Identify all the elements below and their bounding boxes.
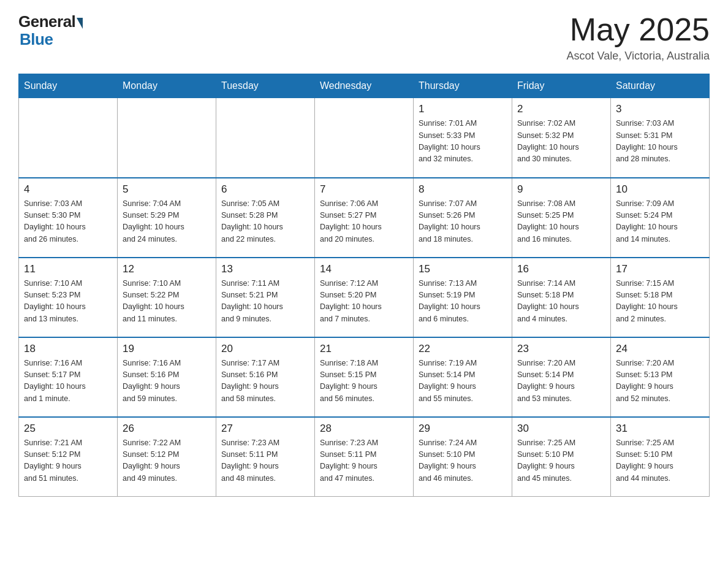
location-text: Ascot Vale, Victoria, Australia — [567, 50, 710, 63]
day-info: Sunrise: 7:16 AMSunset: 5:17 PMDaylight:… — [24, 358, 112, 405]
calendar-cell: 26Sunrise: 7:22 AMSunset: 5:12 PMDayligh… — [118, 417, 216, 497]
col-header-tuesday: Tuesday — [216, 74, 315, 98]
day-number: 26 — [123, 423, 211, 435]
day-info: Sunrise: 7:07 AMSunset: 5:26 PMDaylight:… — [419, 198, 507, 246]
col-header-sunday: Sunday — [19, 74, 118, 98]
day-number: 13 — [221, 263, 309, 275]
week-row-1: 1Sunrise: 7:01 AMSunset: 5:33 PMDaylight… — [19, 98, 710, 178]
calendar-cell: 17Sunrise: 7:15 AMSunset: 5:18 PMDayligh… — [611, 258, 710, 337]
logo: General Blue — [18, 12, 83, 49]
day-number: 21 — [320, 343, 408, 355]
month-title: May 2025 — [567, 12, 710, 47]
day-info: Sunrise: 7:17 AMSunset: 5:16 PMDaylight:… — [221, 358, 309, 405]
calendar-cell: 3Sunrise: 7:03 AMSunset: 5:31 PMDaylight… — [611, 98, 710, 178]
day-info: Sunrise: 7:03 AMSunset: 5:30 PMDaylight:… — [24, 198, 112, 246]
day-number: 2 — [517, 103, 605, 115]
day-number: 1 — [419, 103, 507, 115]
day-number: 17 — [616, 263, 704, 275]
calendar-cell: 25Sunrise: 7:21 AMSunset: 5:12 PMDayligh… — [19, 417, 118, 497]
day-info: Sunrise: 7:03 AMSunset: 5:31 PMDaylight:… — [616, 118, 704, 166]
week-row-4: 18Sunrise: 7:16 AMSunset: 5:17 PMDayligh… — [19, 337, 710, 417]
day-number: 9 — [517, 183, 605, 196]
week-row-5: 25Sunrise: 7:21 AMSunset: 5:12 PMDayligh… — [19, 417, 710, 497]
day-number: 25 — [24, 423, 112, 435]
page-header: General Blue May 2025 Ascot Vale, Victor… — [18, 12, 710, 63]
week-row-2: 4Sunrise: 7:03 AMSunset: 5:30 PMDaylight… — [19, 178, 710, 258]
calendar-cell: 16Sunrise: 7:14 AMSunset: 5:18 PMDayligh… — [512, 258, 611, 337]
day-number: 5 — [123, 183, 211, 196]
day-number: 6 — [221, 183, 309, 196]
day-info: Sunrise: 7:06 AMSunset: 5:27 PMDaylight:… — [320, 198, 408, 246]
calendar-cell: 24Sunrise: 7:20 AMSunset: 5:13 PMDayligh… — [611, 337, 710, 417]
day-number: 16 — [517, 263, 605, 275]
day-info: Sunrise: 7:05 AMSunset: 5:28 PMDaylight:… — [221, 198, 309, 246]
day-info: Sunrise: 7:09 AMSunset: 5:24 PMDaylight:… — [616, 198, 704, 246]
calendar-cell: 4Sunrise: 7:03 AMSunset: 5:30 PMDaylight… — [19, 178, 118, 258]
day-info: Sunrise: 7:20 AMSunset: 5:13 PMDaylight:… — [616, 358, 704, 405]
calendar-cell: 1Sunrise: 7:01 AMSunset: 5:33 PMDaylight… — [414, 98, 512, 178]
logo-blue-text: Blue — [20, 30, 53, 49]
day-number: 3 — [616, 103, 704, 115]
calendar-table: SundayMondayTuesdayWednesdayThursdayFrid… — [18, 74, 710, 497]
day-info: Sunrise: 7:10 AMSunset: 5:23 PMDaylight:… — [24, 278, 112, 326]
day-info: Sunrise: 7:21 AMSunset: 5:12 PMDaylight:… — [24, 437, 112, 485]
day-number: 28 — [320, 423, 408, 435]
calendar-cell: 31Sunrise: 7:25 AMSunset: 5:10 PMDayligh… — [611, 417, 710, 497]
calendar-cell: 8Sunrise: 7:07 AMSunset: 5:26 PMDaylight… — [414, 178, 512, 258]
calendar-cell: 5Sunrise: 7:04 AMSunset: 5:29 PMDaylight… — [118, 178, 216, 258]
calendar-cell: 7Sunrise: 7:06 AMSunset: 5:27 PMDaylight… — [315, 178, 414, 258]
day-number: 15 — [419, 263, 507, 275]
day-info: Sunrise: 7:19 AMSunset: 5:14 PMDaylight:… — [419, 358, 507, 405]
logo-arrow-icon — [77, 18, 83, 29]
calendar-cell — [315, 98, 414, 178]
day-number: 4 — [24, 183, 112, 196]
calendar-cell: 21Sunrise: 7:18 AMSunset: 5:15 PMDayligh… — [315, 337, 414, 417]
day-info: Sunrise: 7:10 AMSunset: 5:22 PMDaylight:… — [123, 278, 211, 326]
day-info: Sunrise: 7:01 AMSunset: 5:33 PMDaylight:… — [419, 118, 507, 166]
day-info: Sunrise: 7:13 AMSunset: 5:19 PMDaylight:… — [419, 278, 507, 326]
day-number: 24 — [616, 343, 704, 355]
day-number: 23 — [517, 343, 605, 355]
day-info: Sunrise: 7:20 AMSunset: 5:14 PMDaylight:… — [517, 358, 605, 405]
day-info: Sunrise: 7:23 AMSunset: 5:11 PMDaylight:… — [320, 437, 408, 485]
calendar-cell: 14Sunrise: 7:12 AMSunset: 5:20 PMDayligh… — [315, 258, 414, 337]
calendar-cell: 27Sunrise: 7:23 AMSunset: 5:11 PMDayligh… — [216, 417, 315, 497]
calendar-cell: 10Sunrise: 7:09 AMSunset: 5:24 PMDayligh… — [611, 178, 710, 258]
logo-general-text: General — [18, 12, 75, 31]
day-number: 31 — [616, 423, 704, 435]
calendar-cell: 23Sunrise: 7:20 AMSunset: 5:14 PMDayligh… — [512, 337, 611, 417]
calendar-cell: 13Sunrise: 7:11 AMSunset: 5:21 PMDayligh… — [216, 258, 315, 337]
week-row-3: 11Sunrise: 7:10 AMSunset: 5:23 PMDayligh… — [19, 258, 710, 337]
day-number: 19 — [123, 343, 211, 355]
day-info: Sunrise: 7:25 AMSunset: 5:10 PMDaylight:… — [517, 437, 605, 485]
calendar-cell: 6Sunrise: 7:05 AMSunset: 5:28 PMDaylight… — [216, 178, 315, 258]
col-header-wednesday: Wednesday — [315, 74, 414, 98]
calendar-cell: 19Sunrise: 7:16 AMSunset: 5:16 PMDayligh… — [118, 337, 216, 417]
day-number: 10 — [616, 183, 704, 196]
calendar-header-row: SundayMondayTuesdayWednesdayThursdayFrid… — [19, 74, 710, 98]
day-info: Sunrise: 7:04 AMSunset: 5:29 PMDaylight:… — [123, 198, 211, 246]
calendar-cell: 30Sunrise: 7:25 AMSunset: 5:10 PMDayligh… — [512, 417, 611, 497]
day-info: Sunrise: 7:15 AMSunset: 5:18 PMDaylight:… — [616, 278, 704, 326]
day-info: Sunrise: 7:23 AMSunset: 5:11 PMDaylight:… — [221, 437, 309, 485]
day-number: 20 — [221, 343, 309, 355]
day-number: 27 — [221, 423, 309, 435]
day-info: Sunrise: 7:24 AMSunset: 5:10 PMDaylight:… — [419, 437, 507, 485]
calendar-cell: 12Sunrise: 7:10 AMSunset: 5:22 PMDayligh… — [118, 258, 216, 337]
day-number: 29 — [419, 423, 507, 435]
calendar-cell: 15Sunrise: 7:13 AMSunset: 5:19 PMDayligh… — [414, 258, 512, 337]
calendar-cell: 28Sunrise: 7:23 AMSunset: 5:11 PMDayligh… — [315, 417, 414, 497]
col-header-saturday: Saturday — [611, 74, 710, 98]
col-header-friday: Friday — [512, 74, 611, 98]
day-number: 18 — [24, 343, 112, 355]
day-info: Sunrise: 7:08 AMSunset: 5:25 PMDaylight:… — [517, 198, 605, 246]
day-info: Sunrise: 7:25 AMSunset: 5:10 PMDaylight:… — [616, 437, 704, 485]
day-info: Sunrise: 7:22 AMSunset: 5:12 PMDaylight:… — [123, 437, 211, 485]
calendar-cell: 9Sunrise: 7:08 AMSunset: 5:25 PMDaylight… — [512, 178, 611, 258]
col-header-monday: Monday — [118, 74, 216, 98]
day-number: 7 — [320, 183, 408, 196]
day-info: Sunrise: 7:16 AMSunset: 5:16 PMDaylight:… — [123, 358, 211, 405]
day-info: Sunrise: 7:12 AMSunset: 5:20 PMDaylight:… — [320, 278, 408, 326]
calendar-cell: 20Sunrise: 7:17 AMSunset: 5:16 PMDayligh… — [216, 337, 315, 417]
day-info: Sunrise: 7:02 AMSunset: 5:32 PMDaylight:… — [517, 118, 605, 166]
